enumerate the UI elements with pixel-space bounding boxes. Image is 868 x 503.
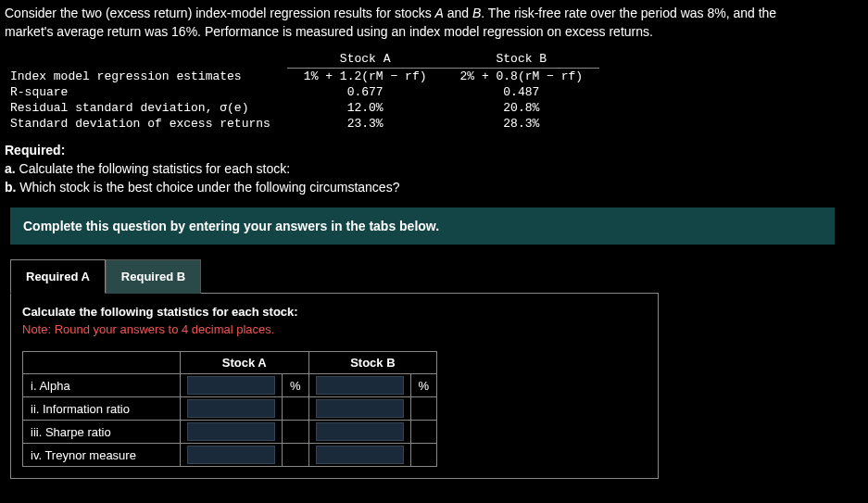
required-a: a. Calculate the following statistics fo… — [5, 161, 863, 176]
tab-content-a: Calculate the following statistics for e… — [10, 293, 659, 479]
tab-bar: Required A Required B — [10, 259, 863, 294]
row-sharpe-label: iii. Sharpe ratio — [23, 421, 181, 444]
input-treynor-b[interactable] — [316, 446, 404, 464]
tab-required-b[interactable]: Required B — [106, 259, 201, 294]
input-info-a[interactable] — [187, 399, 275, 418]
problem-intro: Consider the two (excess return) index-m… — [5, 5, 863, 41]
instruction-banner: Complete this question by entering your … — [10, 207, 835, 245]
input-info-b[interactable] — [316, 399, 404, 418]
rounding-note: Note: Round your answers to 4 decimal pl… — [22, 322, 647, 336]
input-sharpe-a[interactable] — [187, 422, 275, 441]
answer-col-a: Stock A — [181, 352, 309, 374]
required-heading: Required: — [5, 143, 863, 157]
tab-required-a[interactable]: Required A — [10, 259, 106, 294]
unit-alpha-b: % — [410, 374, 437, 397]
row-info-label: ii. Information ratio — [23, 397, 181, 421]
input-treynor-a[interactable] — [187, 446, 275, 464]
input-sharpe-b[interactable] — [316, 422, 404, 441]
answer-table: Stock A Stock B i. Alpha % % ii. Informa… — [22, 351, 437, 467]
data-col-a-header: Stock A — [287, 50, 444, 69]
tab-question: Calculate the following statistics for e… — [22, 305, 647, 319]
input-alpha-a[interactable] — [187, 376, 275, 395]
required-b: b. Which stock is the best choice under … — [5, 180, 863, 195]
row-alpha-label: i. Alpha — [23, 374, 181, 397]
data-table: Stock A Stock B Index model regression e… — [5, 50, 599, 132]
answer-col-b: Stock B — [308, 352, 437, 374]
unit-alpha-a: % — [283, 374, 309, 397]
input-alpha-b[interactable] — [316, 376, 404, 395]
data-col-b-header: Stock B — [443, 50, 599, 69]
row-treynor-label: iv. Treynor measure — [23, 444, 181, 467]
answer-corner — [23, 352, 181, 374]
